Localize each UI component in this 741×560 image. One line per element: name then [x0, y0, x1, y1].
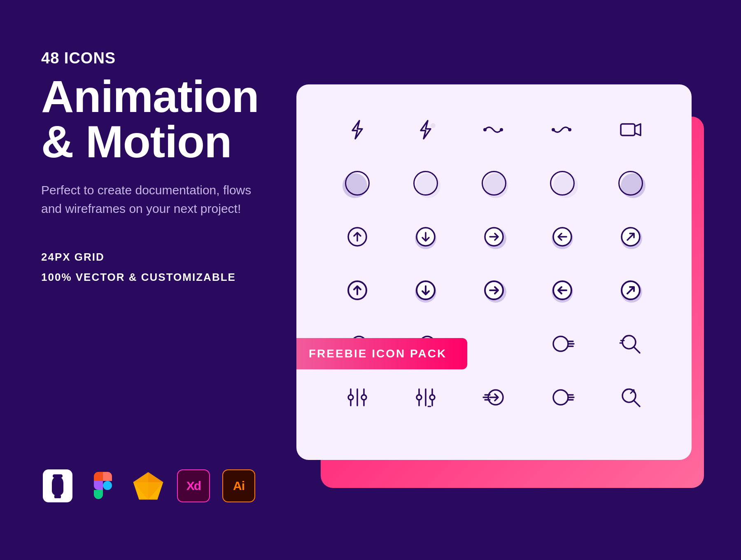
spec-grid: 24PX GRID [41, 251, 272, 264]
icon-count: 48 Icons [41, 49, 272, 67]
icon-cell-arrow-right-bold-shadow [466, 270, 522, 311]
title-line2: & Motion [41, 116, 231, 167]
magnify-arrow-icon [618, 385, 643, 410]
svg-point-11 [568, 128, 571, 131]
tune-icon-1 [345, 385, 370, 410]
icon-cell-circle-shadow-left [329, 163, 385, 204]
svg-rect-1 [54, 495, 61, 498]
arrow-diagonal-bold-shadow [618, 278, 643, 303]
icon-cell-tune2 [398, 377, 454, 418]
magnify-motion-icon [618, 331, 643, 356]
icon-cell-tune1 [329, 377, 385, 418]
subtitle: Perfect to create documentation, flows a… [41, 181, 255, 218]
figma-icon [94, 472, 112, 500]
arrow-up-circle-outline [345, 224, 370, 249]
arrow-up-circle-bold [345, 278, 370, 303]
icon-cell-circle-lines1 [534, 323, 590, 364]
spec-vector: 100% VECTOR & CUSTOMIZABLE [41, 271, 272, 284]
svg-point-57 [553, 390, 568, 405]
white-card: FREEBIE ICON PACK [296, 84, 692, 460]
craft-icon [43, 469, 72, 502]
svg-point-9 [500, 128, 503, 131]
ai-icon-wrapper: Ai [222, 469, 255, 502]
wave-icon-2 [550, 117, 575, 142]
xd-icon-wrapper: Xd [177, 469, 210, 502]
arrow-down-circle-bold-shadow [413, 278, 438, 303]
software-icons: Xd Ai [41, 469, 272, 502]
circle-plain-2 [482, 171, 506, 196]
circle-shadow-left [345, 171, 370, 196]
sketch-icon [132, 471, 165, 501]
main-container: 48 Icons Animation & Motion Perfect to c… [0, 0, 741, 560]
svg-line-62 [634, 401, 640, 406]
svg-point-7 [431, 123, 436, 128]
icon-cell-arrow-left-shadow [534, 216, 590, 257]
ai-icon: Ai [222, 469, 255, 502]
xd-icon: Xd [177, 469, 210, 502]
svg-point-31 [553, 336, 568, 351]
svg-point-8 [483, 128, 487, 131]
icon-cell-magnify-arrow [603, 377, 659, 418]
wave-icon-1 [482, 117, 506, 142]
icon-cell-arrow-down-shadow [398, 216, 454, 257]
icon-cell-circle-plain3 [534, 163, 590, 204]
icon-cell-arrow-diag-bold-shadow [603, 270, 659, 311]
icon-cell-circle-lines2 [534, 377, 590, 418]
figma-icon-wrapper [86, 469, 119, 502]
tune-icon-2 [413, 385, 438, 410]
icon-cell-magnify-motion [603, 323, 659, 364]
arrow-down-circle-shadow [413, 224, 438, 249]
video-icon [618, 117, 643, 142]
arrow-left-circle-shadow [550, 224, 575, 249]
circle-lines-icon-2 [550, 385, 575, 410]
xd-label: Xd [186, 479, 200, 493]
icon-cell-wave2 [534, 109, 590, 150]
ai-label: Ai [233, 479, 245, 493]
icon-cell-wave1 [466, 109, 522, 150]
icon-cell-arrow-down-bold-shadow [398, 270, 454, 311]
left-content: 48 Icons Animation & Motion Perfect to c… [41, 49, 272, 469]
specs: 24PX GRID 100% VECTOR & CUSTOMIZABLE [41, 251, 272, 284]
left-panel: 48 Icons Animation & Motion Perfect to c… [41, 33, 296, 527]
right-panel: FREEBIE ICON PACK [296, 84, 700, 476]
lightning-icon-2 [413, 117, 438, 142]
circle-lines-icon-1 [550, 331, 575, 356]
lightning-icon-1 [345, 117, 370, 142]
svg-point-43 [361, 395, 366, 400]
icon-cell-arrow-left-bold-shadow [534, 270, 590, 311]
svg-rect-2 [53, 474, 63, 478]
svg-point-10 [552, 128, 555, 131]
title-line1: Animation [41, 71, 259, 121]
arrow-right-circle-bold-shadow [482, 278, 506, 303]
icon-cell-speed-right [466, 377, 522, 418]
main-title: Animation & Motion [41, 74, 272, 164]
icon-cell-arrow-up-bold [329, 270, 385, 311]
svg-point-50 [430, 395, 435, 400]
icon-cell-lightning1 [329, 109, 385, 150]
sketch-icon-wrapper [132, 469, 165, 502]
svg-line-36 [634, 347, 640, 353]
icon-cell-circle-plain1 [398, 163, 454, 204]
svg-rect-12 [621, 124, 635, 135]
icon-cell-arrow-right-shadow [466, 216, 522, 257]
arrow-left-circle-bold-shadow [550, 278, 575, 303]
circle-plain-3 [550, 171, 575, 196]
circle-plain-1 [413, 171, 438, 196]
freebie-badge: FREEBIE ICON PACK [296, 338, 467, 369]
icon-cell-circle-plain2 [466, 163, 522, 204]
icon-cell-video [603, 109, 659, 150]
arrow-right-circle-shadow [482, 224, 506, 249]
icon-grid [329, 109, 659, 418]
speed-right-icon [482, 385, 506, 410]
svg-point-42 [348, 395, 353, 400]
icon-cell-arrow-up-outline [329, 216, 385, 257]
svg-point-49 [417, 395, 422, 400]
icon-cell-lightning2 [398, 109, 454, 150]
icon-cell-circle-shadow-right [603, 163, 659, 204]
arrow-diagonal-circle-shadow [618, 224, 643, 249]
icon-cell-arrow-diagonal-shadow [603, 216, 659, 257]
circle-shadow-right [618, 171, 643, 196]
craft-icon-wrapper [41, 469, 74, 502]
